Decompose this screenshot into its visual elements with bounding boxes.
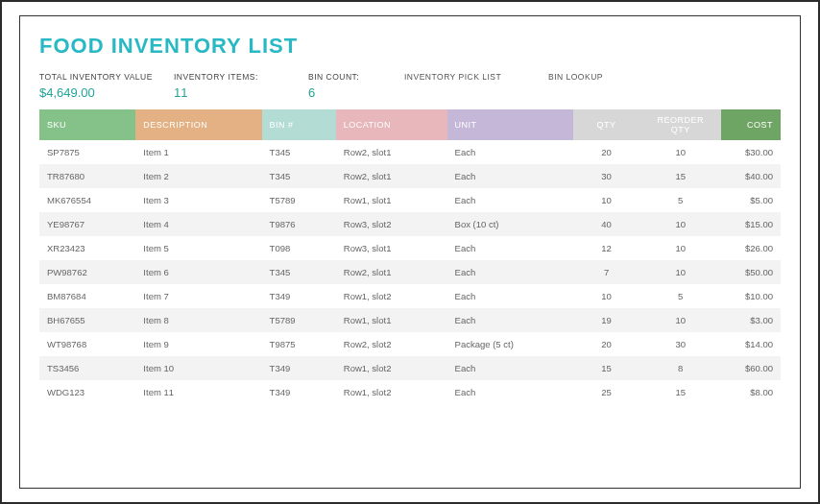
cell-reorder: 30 xyxy=(639,332,721,356)
cell-sku: BM87684 xyxy=(39,284,135,308)
cell-reorder: 10 xyxy=(639,308,721,332)
header-bin[interactable]: BIN # xyxy=(262,109,336,140)
cell-qty: 25 xyxy=(573,380,639,404)
cell-description: Item 6 xyxy=(135,260,261,284)
cell-unit: Each xyxy=(447,260,573,284)
cell-bin: T345 xyxy=(262,140,336,164)
summary-bin-lookup[interactable]: BIN LOOKUP xyxy=(548,72,663,100)
cell-reorder: 5 xyxy=(639,284,721,308)
cell-bin: T5789 xyxy=(262,188,336,212)
cell-bin: T9875 xyxy=(262,332,336,356)
cell-unit: Each xyxy=(447,380,573,404)
cell-reorder: 15 xyxy=(639,164,721,188)
cell-qty: 10 xyxy=(573,188,639,212)
cell-qty: 20 xyxy=(573,140,639,164)
header-description[interactable]: DESCRIPTION xyxy=(135,109,261,140)
cell-unit: Box (10 ct) xyxy=(447,212,573,236)
cell-location: Row1, slot2 xyxy=(336,284,447,308)
cell-cost: $5.00 xyxy=(721,188,781,212)
cell-location: Row1, slot2 xyxy=(336,380,447,404)
cell-cost: $26.00 xyxy=(721,236,781,260)
cell-unit: Each xyxy=(447,140,573,164)
table-row[interactable]: XR23423Item 5T098Row3, slot1Each1210$26.… xyxy=(39,236,781,260)
total-label: TOTAL INVENTORY VALUE xyxy=(39,72,174,82)
cell-reorder: 5 xyxy=(639,188,721,212)
cell-location: Row1, slot2 xyxy=(336,356,447,380)
summary-bin-count: BIN COUNT: 6 xyxy=(308,72,404,100)
table-row[interactable]: MK676554Item 3T5789Row1, slot1Each105$5.… xyxy=(39,188,781,212)
table-row[interactable]: BH67655Item 8T5789Row1, slot1Each1910$3.… xyxy=(39,308,781,332)
cell-location: Row1, slot1 xyxy=(336,308,447,332)
page-title: FOOD INVENTORY LIST xyxy=(39,34,781,59)
cell-cost: $14.00 xyxy=(721,332,781,356)
cell-sku: XR23423 xyxy=(39,236,135,260)
header-sku[interactable]: SKU xyxy=(39,109,135,140)
cell-unit: Each xyxy=(447,284,573,308)
header-reorder[interactable]: REORDER QTY xyxy=(639,109,721,140)
table-row[interactable]: PW98762Item 6T345Row2, slot1Each710$50.0… xyxy=(39,260,781,284)
cell-unit: Each xyxy=(447,356,573,380)
cell-sku: TS3456 xyxy=(39,356,135,380)
table-row[interactable]: SP7875Item 1T345Row2, slot1Each2010$30.0… xyxy=(39,140,781,164)
bin-lookup-link[interactable]: BIN LOOKUP xyxy=(548,72,663,82)
cell-unit: Each xyxy=(447,188,573,212)
cell-location: Row1, slot1 xyxy=(336,188,447,212)
cell-location: Row2, slot2 xyxy=(336,332,447,356)
cell-cost: $60.00 xyxy=(721,356,781,380)
items-label: INVENTORY ITEMS: xyxy=(174,72,308,82)
cell-cost: $8.00 xyxy=(721,380,781,404)
cell-qty: 7 xyxy=(573,260,639,284)
cell-bin: T349 xyxy=(262,356,336,380)
cell-bin: T345 xyxy=(262,260,336,284)
cell-description: Item 8 xyxy=(135,308,261,332)
header-location[interactable]: LOCATION xyxy=(336,109,447,140)
table-row[interactable]: WT98768Item 9T9875Row2, slot2Package (5 … xyxy=(39,332,781,356)
table-row[interactable]: BM87684Item 7T349Row1, slot2Each105$10.0… xyxy=(39,284,781,308)
cell-sku: WDG123 xyxy=(39,380,135,404)
cell-bin: T349 xyxy=(262,284,336,308)
table-row[interactable]: YE98767Item 4T9876Row3, slot2Box (10 ct)… xyxy=(39,212,781,236)
cell-qty: 40 xyxy=(573,212,639,236)
cell-qty: 20 xyxy=(573,332,639,356)
summary-items: INVENTORY ITEMS: 11 xyxy=(174,72,308,100)
cell-description: Item 3 xyxy=(135,188,261,212)
cell-qty: 12 xyxy=(573,236,639,260)
cell-reorder: 10 xyxy=(639,260,721,284)
cell-description: Item 5 xyxy=(135,236,261,260)
table-row[interactable]: WDG123Item 11T349Row1, slot2Each2515$8.0… xyxy=(39,380,781,404)
inventory-table: SKU DESCRIPTION BIN # LOCATION UNIT QTY … xyxy=(39,109,781,404)
cell-reorder: 15 xyxy=(639,380,721,404)
cell-description: Item 1 xyxy=(135,140,261,164)
cell-bin: T5789 xyxy=(262,308,336,332)
cell-cost: $15.00 xyxy=(721,212,781,236)
cell-location: Row2, slot1 xyxy=(336,164,447,188)
header-unit[interactable]: UNIT xyxy=(447,109,573,140)
summary-bar: TOTAL INVENTORY VALUE $4,649.00 INVENTOR… xyxy=(39,72,781,100)
cell-bin: T349 xyxy=(262,380,336,404)
cell-location: Row2, slot1 xyxy=(336,260,447,284)
bin-count-value: 6 xyxy=(308,85,404,100)
table-body: SP7875Item 1T345Row2, slot1Each2010$30.0… xyxy=(39,140,781,404)
header-cost[interactable]: COST xyxy=(721,109,781,140)
cell-qty: 10 xyxy=(573,284,639,308)
pick-list-link[interactable]: INVENTORY PICK LIST xyxy=(404,72,548,82)
cell-cost: $3.00 xyxy=(721,308,781,332)
summary-pick-list[interactable]: INVENTORY PICK LIST xyxy=(404,72,548,100)
cell-description: Item 7 xyxy=(135,284,261,308)
cell-location: Row2, slot1 xyxy=(336,140,447,164)
header-qty[interactable]: QTY xyxy=(573,109,639,140)
cell-unit: Each xyxy=(447,164,573,188)
cell-qty: 30 xyxy=(573,164,639,188)
cell-reorder: 10 xyxy=(639,140,721,164)
cell-bin: T9876 xyxy=(262,212,336,236)
table-row[interactable]: TR87680Item 2T345Row2, slot1Each3015$40.… xyxy=(39,164,781,188)
cell-sku: TR87680 xyxy=(39,164,135,188)
cell-qty: 19 xyxy=(573,308,639,332)
cell-cost: $40.00 xyxy=(721,164,781,188)
inventory-sheet: FOOD INVENTORY LIST TOTAL INVENTORY VALU… xyxy=(19,15,801,489)
cell-reorder: 8 xyxy=(639,356,721,380)
cell-sku: MK676554 xyxy=(39,188,135,212)
cell-description: Item 11 xyxy=(135,380,261,404)
cell-description: Item 9 xyxy=(135,332,261,356)
table-row[interactable]: TS3456Item 10T349Row1, slot2Each158$60.0… xyxy=(39,356,781,380)
